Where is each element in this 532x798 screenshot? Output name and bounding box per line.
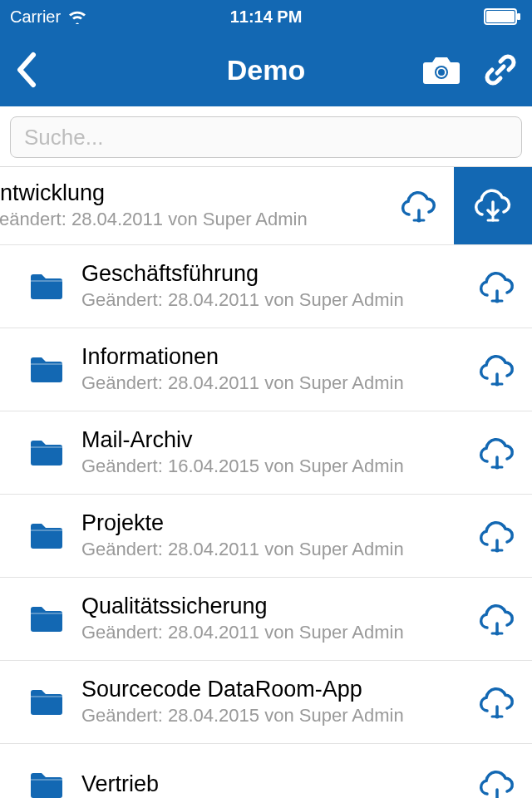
folder-subtitle: Geändert: 16.04.2015 von Super Admin bbox=[81, 455, 467, 479]
cloud-sync-icon[interactable] bbox=[477, 768, 517, 799]
folder-row[interactable]: Projekte Geändert: 28.04.2011 von Super … bbox=[0, 495, 532, 578]
download-action[interactable] bbox=[454, 167, 532, 244]
folder-row-swiped[interactable]: Entwicklung Geändert: 28.04.2011 von Sup… bbox=[0, 167, 532, 245]
cloud-sync-icon[interactable] bbox=[399, 189, 439, 224]
search-input[interactable] bbox=[10, 116, 522, 158]
cloud-sync-icon[interactable] bbox=[477, 436, 517, 470]
camera-button[interactable] bbox=[422, 54, 461, 86]
link-button[interactable] bbox=[484, 53, 517, 86]
folder-row[interactable]: Qualitätssicherung Geändert: 28.04.2011 … bbox=[0, 578, 532, 661]
cloud-sync-icon[interactable] bbox=[477, 519, 517, 554]
folder-title: Informationen bbox=[81, 343, 467, 370]
wifi-icon bbox=[67, 9, 87, 24]
folder-subtitle: Geändert: 28.04.2011 von Super Admin bbox=[81, 288, 467, 313]
folder-row[interactable]: Mail-Archiv Geändert: 16.04.2015 von Sup… bbox=[0, 411, 532, 495]
cloud-sync-icon[interactable] bbox=[477, 269, 517, 304]
folder-subtitle: Geändert: 28.04.2015 von Super Admin bbox=[81, 704, 467, 728]
folder-row[interactable]: Informationen Geändert: 28.04.2011 von S… bbox=[0, 328, 532, 411]
status-right bbox=[484, 8, 522, 25]
status-left: Carrier bbox=[10, 7, 87, 27]
cloud-sync-icon[interactable] bbox=[477, 685, 517, 720]
folder-row[interactable]: Sourcecode DataRoom-App Geändert: 28.04.… bbox=[0, 661, 532, 744]
folder-row[interactable]: Vertrieb bbox=[0, 744, 532, 798]
folder-title: Geschäftsführung bbox=[81, 260, 467, 287]
folder-row[interactable]: Geschäftsführung Geändert: 28.04.2011 vo… bbox=[0, 245, 532, 328]
cloud-sync-icon[interactable] bbox=[477, 602, 517, 637]
search-bar bbox=[0, 106, 532, 167]
folder-icon bbox=[28, 687, 65, 717]
folder-subtitle: Geändert: 28.04.2011 von Super Admin bbox=[81, 538, 467, 562]
folder-subtitle: Geändert: 28.04.2011 von Super Admin bbox=[81, 372, 467, 396]
carrier-label: Carrier bbox=[10, 7, 61, 27]
folder-title: Projekte bbox=[81, 510, 467, 536]
nav-bar: Demo bbox=[0, 33, 532, 106]
folder-title: Mail-Archiv bbox=[81, 426, 467, 453]
folder-icon bbox=[28, 604, 65, 634]
folder-icon bbox=[28, 521, 65, 551]
page-title: Demo bbox=[227, 54, 305, 86]
folder-subtitle: Geändert: 28.04.2011 von Super Admin bbox=[0, 208, 389, 232]
folder-icon bbox=[28, 771, 65, 799]
status-bar: Carrier 11:14 PM bbox=[0, 0, 532, 33]
cloud-sync-icon[interactable] bbox=[477, 352, 517, 387]
battery-icon bbox=[484, 8, 522, 25]
folder-title: Qualitätssicherung bbox=[81, 593, 467, 619]
folder-title: Entwicklung bbox=[0, 180, 389, 206]
back-button[interactable] bbox=[15, 52, 37, 88]
folder-icon bbox=[28, 272, 65, 302]
svg-rect-1 bbox=[517, 13, 520, 20]
svg-rect-2 bbox=[486, 11, 515, 22]
status-time: 11:14 PM bbox=[230, 7, 303, 27]
folder-icon bbox=[28, 355, 65, 385]
cloud-download-icon bbox=[471, 187, 515, 225]
folder-title: Sourcecode DataRoom-App bbox=[81, 676, 467, 702]
folder-subtitle: Geändert: 28.04.2011 von Super Admin bbox=[81, 621, 467, 645]
folder-title: Vertrieb bbox=[81, 771, 467, 797]
folder-list: Geschäftsführung Geändert: 28.04.2011 vo… bbox=[0, 244, 532, 798]
folder-icon bbox=[28, 438, 65, 468]
